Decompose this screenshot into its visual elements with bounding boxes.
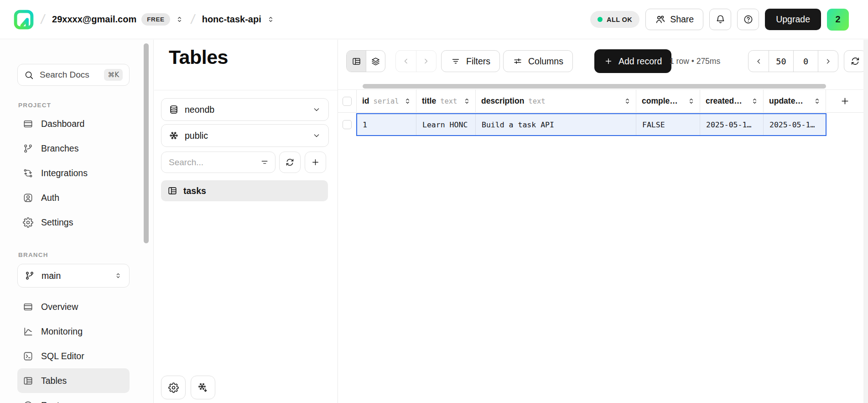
project-section-label: PROJECT (18, 102, 51, 109)
pagination: 50 0 (748, 50, 838, 72)
cell-id[interactable]: 1 (356, 113, 416, 136)
row-checkbox[interactable] (343, 120, 352, 129)
sidebar-item-dashboard[interactable]: Dashboard (17, 111, 130, 136)
page-next-button[interactable] (818, 51, 838, 72)
add-table-button[interactable] (305, 152, 326, 173)
sidebar-item-branches[interactable]: Branches (17, 136, 130, 161)
column-header-title[interactable]: title text (416, 90, 475, 112)
page-size-value[interactable]: 50 (769, 51, 793, 72)
notifications-button[interactable] (709, 9, 731, 30)
sidebar-item-tables[interactable]: Tables (17, 368, 130, 393)
branch-selector[interactable]: main (17, 264, 130, 288)
avatar[interactable]: 2 (827, 9, 849, 31)
column-header-description[interactable]: description text (475, 90, 636, 112)
page-offset-value[interactable]: 0 (793, 51, 818, 72)
plus-icon (604, 57, 613, 66)
share-button[interactable]: Share (645, 9, 703, 30)
people-icon (655, 14, 665, 25)
filters-button[interactable]: Filters (441, 50, 500, 72)
table-search-input[interactable] (161, 152, 275, 173)
plan-badge: FREE (141, 13, 170, 26)
table-row[interactable]: 1 Learn HONC Build a task API FALSE 2025… (338, 113, 864, 136)
sidebar-item-label: Dashboard (41, 119, 84, 129)
schema-selector[interactable]: public (161, 124, 329, 147)
query-stats: 1 row • 275ms (670, 40, 720, 83)
forward-button[interactable] (416, 51, 436, 72)
export-schema-button[interactable] (191, 376, 215, 399)
neon-logo[interactable] (14, 10, 34, 30)
dashboard-icon (23, 119, 33, 129)
column-name: update… (769, 96, 803, 106)
avatar-text: 2 (835, 14, 840, 25)
cell-updated[interactable]: 2025-05-1… (763, 113, 826, 136)
terminal-icon (23, 351, 33, 361)
sidebar-item-label: Branches (41, 143, 78, 154)
help-button[interactable] (737, 9, 759, 30)
sidebar-scrollbar[interactable] (144, 43, 149, 243)
back-button[interactable] (396, 51, 416, 72)
chevron-updown-icon (266, 15, 275, 24)
sidebar-item-auth[interactable]: Auth (17, 185, 130, 210)
tables-panel: Tables neondb public tasks (154, 40, 338, 403)
cell-completed[interactable]: FALSE (636, 113, 700, 136)
sidebar-item-integrations[interactable]: Integrations (17, 161, 130, 185)
cell-created[interactable]: 2025-05-1… (700, 113, 763, 136)
table-grid-icon (352, 57, 361, 66)
account-selector[interactable]: 29xxxx@gmail.com FREE (52, 13, 184, 26)
top-bar: / 29xxxx@gmail.com FREE / honc-task-api … (0, 0, 868, 39)
select-all-cell (338, 90, 356, 112)
branch-nav: Overview Monitoring SQL Editor Tables Re… (17, 294, 130, 403)
search-docs-input[interactable]: Search Docs ⌘K (17, 64, 130, 86)
column-header-updated[interactable]: update… (763, 90, 826, 112)
table-list-item-tasks[interactable]: tasks (161, 180, 328, 201)
grid-view-button[interactable] (347, 51, 366, 72)
upgrade-label: Upgrade (776, 14, 810, 25)
page-title: Tables (169, 46, 228, 68)
cell-title[interactable]: Learn HONC (416, 113, 475, 136)
column-header-completed[interactable]: comple… (636, 90, 700, 112)
sort-icon[interactable] (403, 97, 412, 105)
table-settings-button[interactable] (161, 376, 186, 399)
sort-icon[interactable] (623, 97, 632, 105)
column-name: id (362, 96, 369, 106)
sidebar-item-settings[interactable]: Settings (17, 210, 130, 235)
view-mode-toggle (346, 50, 385, 72)
refresh-tables-button[interactable] (279, 152, 301, 173)
column-name: created… (706, 96, 742, 106)
sort-icon[interactable] (750, 97, 759, 105)
sidebar-item-monitoring[interactable]: Monitoring (17, 319, 130, 344)
horizontal-scrollbar[interactable] (363, 84, 826, 89)
refresh-data-button[interactable] (844, 50, 866, 72)
add-column-button[interactable] (826, 90, 864, 112)
sidebar-item-overview[interactable]: Overview (17, 294, 130, 319)
status-badge[interactable]: ALL OK (590, 11, 639, 28)
table-name: tasks (183, 186, 206, 196)
vertical-scrollbar-track[interactable] (863, 40, 868, 403)
column-header-id[interactable]: id serial (356, 90, 416, 112)
bell-icon (715, 14, 726, 25)
sidebar-item-sql-editor[interactable]: SQL Editor (17, 344, 130, 368)
select-all-checkbox[interactable] (343, 97, 352, 106)
add-record-label: Add record (619, 56, 662, 67)
sort-icon[interactable] (687, 97, 696, 105)
sidebar-item-label: Restore (41, 400, 72, 403)
layers-view-button[interactable] (366, 51, 385, 72)
database-selector[interactable]: neondb (161, 98, 329, 121)
status-dot-icon (598, 17, 603, 22)
sort-icon[interactable] (463, 97, 471, 105)
upgrade-button[interactable]: Upgrade (765, 9, 821, 30)
column-name: title (422, 96, 436, 106)
page-prev-button[interactable] (748, 51, 769, 72)
sidebar: Search Docs ⌘K PROJECT Dashboard Branche… (0, 40, 154, 403)
cell-description[interactable]: Build a task API (475, 113, 636, 136)
sort-icon[interactable] (813, 97, 821, 105)
sidebar-item-restore[interactable]: Restore (17, 393, 130, 403)
auth-user-icon (23, 193, 33, 203)
column-header-created[interactable]: created… (700, 90, 763, 112)
project-selector[interactable]: honc-task-api (202, 14, 275, 25)
breadcrumb-separator: / (40, 12, 46, 27)
account-email: 29xxxx@gmail.com (52, 14, 136, 25)
add-record-button[interactable]: Add record (594, 49, 671, 73)
divider (154, 90, 338, 90)
columns-button[interactable]: Columns (503, 50, 573, 72)
